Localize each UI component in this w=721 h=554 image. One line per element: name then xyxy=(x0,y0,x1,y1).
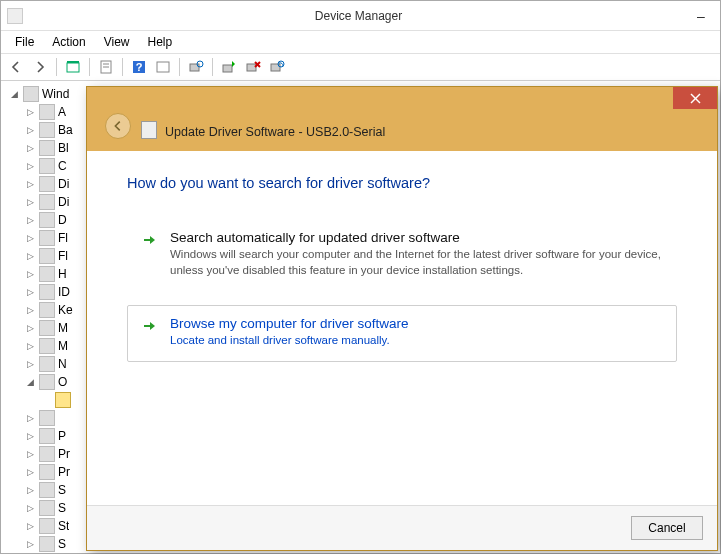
option-browse-computer[interactable]: Browse my computer for driver software L… xyxy=(127,305,677,362)
expand-icon[interactable]: ▷ xyxy=(25,107,36,118)
device-category-icon xyxy=(39,194,55,210)
tree-item-label: Ke xyxy=(58,301,73,319)
back-button[interactable] xyxy=(105,113,131,139)
tree-item-label: Pr xyxy=(58,445,70,463)
expand-icon[interactable]: ▷ xyxy=(25,503,36,514)
show-hidden-button[interactable] xyxy=(62,56,84,78)
expand-icon[interactable]: ▷ xyxy=(25,359,36,370)
tree-item-label: Di xyxy=(58,193,69,211)
expand-icon[interactable]: ▷ xyxy=(25,125,36,136)
expand-icon[interactable]: ▷ xyxy=(25,161,36,172)
expand-icon[interactable]: ▷ xyxy=(25,539,36,550)
device-category-icon xyxy=(39,320,55,336)
titlebar: Device Manager – xyxy=(1,1,720,31)
menu-file[interactable]: File xyxy=(7,33,42,51)
device-category-icon xyxy=(39,302,55,318)
dialog-header: Update Driver Software - USB2.0-Serial xyxy=(87,87,717,151)
device-icon xyxy=(141,121,157,139)
app-icon xyxy=(7,8,23,24)
tree-item-label: N xyxy=(58,355,67,373)
dialog-heading: How do you want to search for driver sof… xyxy=(127,175,677,191)
option-description: Windows will search your computer and th… xyxy=(170,247,662,278)
tree-item-label: Bl xyxy=(58,139,69,157)
expand-icon[interactable]: ▷ xyxy=(25,449,36,460)
toolbar-separator xyxy=(56,58,57,76)
dialog-title: Update Driver Software - USB2.0-Serial xyxy=(165,125,385,139)
menu-action[interactable]: Action xyxy=(44,33,93,51)
expand-icon[interactable]: ▷ xyxy=(25,305,36,316)
device-category-icon xyxy=(39,284,55,300)
update-driver-button[interactable] xyxy=(218,56,240,78)
expand-icon[interactable]: ▷ xyxy=(25,251,36,262)
expand-icon[interactable]: ▷ xyxy=(25,341,36,352)
tree-item-label: O xyxy=(58,373,67,391)
tree-item-label: S xyxy=(58,499,66,517)
tree-item-label: D xyxy=(58,211,67,229)
svg-rect-10 xyxy=(223,65,232,72)
close-button[interactable] xyxy=(673,87,717,109)
refresh-button[interactable] xyxy=(152,56,174,78)
tree-item-label: H xyxy=(58,265,67,283)
collapse-icon[interactable]: ◢ xyxy=(9,89,20,100)
tree-item-label: Ba xyxy=(58,121,73,139)
device-category-icon xyxy=(39,140,55,156)
svg-text:?: ? xyxy=(136,61,143,73)
device-category-icon xyxy=(39,338,55,354)
expand-icon[interactable]: ▷ xyxy=(25,233,36,244)
menu-help[interactable]: Help xyxy=(140,33,181,51)
minimize-button[interactable]: – xyxy=(688,6,714,26)
menu-view[interactable]: View xyxy=(96,33,138,51)
device-category-icon xyxy=(39,212,55,228)
device-category-icon xyxy=(39,410,55,426)
menubar: File Action View Help xyxy=(1,31,720,53)
properties-button[interactable] xyxy=(95,56,117,78)
device-category-icon xyxy=(39,374,55,390)
expand-icon[interactable]: ▷ xyxy=(25,521,36,532)
expand-icon[interactable]: ▷ xyxy=(25,143,36,154)
expand-icon[interactable]: ◢ xyxy=(25,377,36,388)
toolbar-separator xyxy=(179,58,180,76)
scan-hardware-button[interactable] xyxy=(185,56,207,78)
expand-icon[interactable]: ▷ xyxy=(25,287,36,298)
tree-item-label: M xyxy=(58,319,68,337)
tree-item-label: M xyxy=(58,337,68,355)
arrow-right-icon xyxy=(142,318,158,334)
uninstall-button[interactable] xyxy=(242,56,264,78)
device-category-icon xyxy=(39,536,55,552)
expand-icon[interactable]: ▷ xyxy=(25,215,36,226)
svg-rect-0 xyxy=(67,63,79,72)
device-category-icon xyxy=(39,500,55,516)
expand-icon[interactable]: ▷ xyxy=(25,269,36,280)
tree-item-label: Pr xyxy=(58,463,70,481)
update-driver-dialog: Update Driver Software - USB2.0-Serial H… xyxy=(86,86,718,551)
tree-item-label: P xyxy=(58,427,66,445)
window-title: Device Manager xyxy=(29,9,688,23)
back-button[interactable] xyxy=(5,56,27,78)
device-category-icon xyxy=(39,176,55,192)
option-search-automatically[interactable]: Search automatically for updated driver … xyxy=(127,219,677,291)
expand-icon[interactable]: ▷ xyxy=(25,485,36,496)
dialog-footer: Cancel xyxy=(87,505,717,550)
svg-rect-11 xyxy=(247,64,256,71)
svg-rect-7 xyxy=(157,62,169,72)
tree-item-label: S xyxy=(58,481,66,499)
device-category-icon xyxy=(39,158,55,174)
device-category-icon xyxy=(39,428,55,444)
device-icon xyxy=(55,392,71,408)
forward-button[interactable] xyxy=(29,56,51,78)
tree-item-label: Fl xyxy=(58,247,68,265)
expand-icon[interactable]: ▷ xyxy=(25,413,36,424)
cancel-button[interactable]: Cancel xyxy=(631,516,703,540)
option-description: Locate and install driver software manua… xyxy=(170,333,409,349)
expand-icon[interactable]: ▷ xyxy=(25,179,36,190)
toolbar-separator xyxy=(212,58,213,76)
help-button[interactable]: ? xyxy=(128,56,150,78)
expand-icon[interactable]: ▷ xyxy=(25,197,36,208)
expand-icon[interactable]: ▷ xyxy=(25,323,36,334)
expand-icon[interactable]: ▷ xyxy=(25,431,36,442)
disable-button[interactable] xyxy=(266,56,288,78)
svg-rect-1 xyxy=(67,61,79,63)
tree-item-label: C xyxy=(58,157,67,175)
expand-icon[interactable]: ▷ xyxy=(25,467,36,478)
device-category-icon xyxy=(39,266,55,282)
